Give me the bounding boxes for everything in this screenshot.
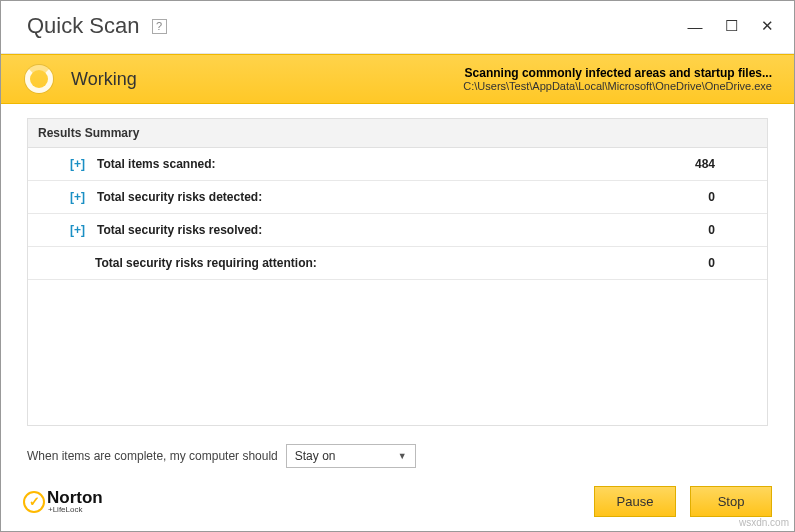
- check-circle-icon: ✓: [23, 491, 45, 513]
- watermark: wsxdn.com: [739, 517, 789, 528]
- results-rows: [+] Total items scanned: 484 [+] Total s…: [27, 148, 768, 280]
- window-title: Quick Scan: [27, 13, 140, 39]
- result-value: 0: [708, 256, 755, 270]
- help-icon[interactable]: ?: [152, 19, 167, 34]
- norton-logo: ✓ Norton +LifeLock: [23, 489, 103, 514]
- results-empty-area: [27, 280, 768, 426]
- window-header: Quick Scan ? — ☐ ✕: [1, 1, 794, 54]
- expand-toggle-icon[interactable]: [+]: [70, 157, 85, 171]
- result-value: 484: [695, 157, 755, 171]
- footer: ✓ Norton +LifeLock Pause Stop: [1, 476, 794, 531]
- spinner-icon: [25, 65, 53, 93]
- maximize-button[interactable]: ☐: [722, 17, 740, 35]
- window-controls: — ☐ ✕: [686, 17, 776, 35]
- status-details: Scanning commonly infected areas and sta…: [463, 66, 772, 92]
- expand-toggle-icon[interactable]: [+]: [70, 223, 85, 237]
- close-button[interactable]: ✕: [758, 17, 776, 35]
- scan-path: C:\Users\Test\AppData\Local\Microsoft\On…: [463, 80, 772, 92]
- stop-button[interactable]: Stop: [690, 486, 772, 517]
- result-row: [+] Total security risks resolved: 0: [28, 214, 767, 247]
- logo-subtext: +LifeLock: [48, 506, 103, 514]
- post-scan-row: When items are complete, my computer sho…: [1, 436, 794, 476]
- status-bar: Working Scanning commonly infected areas…: [1, 54, 794, 104]
- result-label: Total security risks resolved:: [97, 223, 262, 237]
- result-label: Total security risks detected:: [97, 190, 262, 204]
- expand-toggle-icon[interactable]: [+]: [70, 190, 85, 204]
- result-label: Total items scanned:: [97, 157, 215, 171]
- logo-text: Norton: [47, 489, 103, 506]
- results-header: Results Summary: [27, 118, 768, 148]
- post-scan-label: When items are complete, my computer sho…: [27, 449, 278, 463]
- result-label: Total security risks requiring attention…: [95, 256, 317, 270]
- chevron-down-icon: ▼: [398, 451, 407, 461]
- result-row: [+] Total items scanned: 484: [28, 148, 767, 181]
- dropdown-value: Stay on: [295, 449, 336, 463]
- post-scan-dropdown[interactable]: Stay on ▼: [286, 444, 416, 468]
- footer-buttons: Pause Stop: [594, 486, 772, 517]
- minimize-button[interactable]: —: [686, 17, 704, 35]
- results-panel: Results Summary [+] Total items scanned:…: [1, 104, 794, 436]
- result-row: Total security risks requiring attention…: [28, 247, 767, 280]
- pause-button[interactable]: Pause: [594, 486, 676, 517]
- status-label: Working: [71, 69, 137, 90]
- result-value: 0: [708, 223, 755, 237]
- result-row: [+] Total security risks detected: 0: [28, 181, 767, 214]
- scan-title: Scanning commonly infected areas and sta…: [463, 66, 772, 80]
- result-value: 0: [708, 190, 755, 204]
